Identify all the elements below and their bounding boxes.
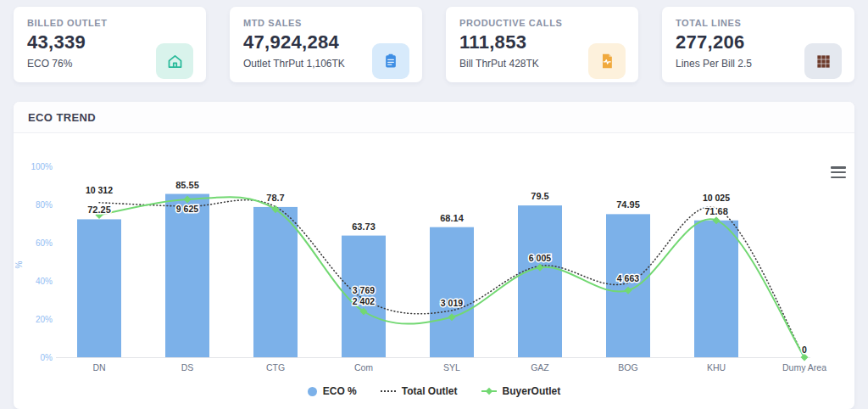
svg-text:80%: 80% [36, 200, 53, 210]
svg-text:CTG: CTG [266, 362, 285, 373]
svg-text:0: 0 [802, 345, 807, 355]
eco-trend-panel: ECO TREND 0%20%40%60%80%100%%72.2585.557… [14, 102, 854, 409]
svg-text:20%: 20% [36, 315, 53, 324]
legend-label: BuyerOutlet [503, 385, 561, 397]
svg-text:Dumy Area: Dumy Area [782, 362, 826, 373]
svg-text:10 025: 10 025 [703, 193, 730, 203]
grid-icon [804, 43, 842, 79]
svg-text:DN: DN [92, 362, 105, 373]
card-title: TOTAL LINES [676, 18, 841, 28]
svg-text:0%: 0% [41, 353, 53, 362]
legend-swatch [381, 390, 396, 392]
eco-trend-chart: 0%20%40%60%80%100%%72.2585.5578.763.7368… [14, 144, 854, 399]
card-total-lines: TOTAL LINES 277,206 Lines Per Bill 2.5 [662, 7, 854, 82]
svg-text:4 663: 4 663 [617, 273, 639, 283]
svg-text:85.55: 85.55 [175, 180, 199, 190]
card-productive-calls: PRODUCTIVE CALLS 111,853 Bill ThrPut 428… [446, 7, 638, 82]
panel-title: ECO TREND [28, 111, 96, 124]
panel-header: ECO TREND [14, 102, 854, 133]
svg-text:60%: 60% [36, 238, 53, 248]
clipboard-icon [372, 43, 409, 79]
legend-label: Total Outlet [402, 385, 458, 397]
svg-text:74.95: 74.95 [616, 199, 640, 210]
svg-text:78.7: 78.7 [266, 193, 284, 203]
svg-text:%: % [14, 261, 24, 268]
svg-text:68.14: 68.14 [440, 213, 464, 223]
svg-text:3 769: 3 769 [353, 285, 375, 295]
svg-text:10 312: 10 312 [86, 185, 113, 195]
kpi-cards-row: BILLED OUTLET 43,339 ECO 76% MTD SALES 4… [0, 0, 868, 82]
svg-text:2 402: 2 402 [353, 296, 375, 306]
svg-text:GAZ: GAZ [531, 362, 549, 373]
svg-text:63.73: 63.73 [352, 221, 376, 232]
home-icon [156, 43, 193, 79]
legend-item-total-outlet[interactable]: Total Outlet [381, 385, 458, 397]
svg-text:SYL: SYL [443, 362, 460, 373]
svg-text:40%: 40% [36, 277, 53, 286]
svg-text:BOG: BOG [618, 362, 637, 373]
file-pulse-icon [588, 43, 626, 79]
svg-text:KHU: KHU [707, 362, 726, 373]
svg-text:3 019: 3 019 [441, 298, 463, 308]
legend-swatch [481, 390, 497, 392]
chart-export-menu-icon[interactable] [831, 166, 846, 178]
svg-text:Com: Com [354, 362, 373, 373]
svg-text:71.68: 71.68 [704, 206, 728, 216]
svg-text:100%: 100% [31, 162, 53, 171]
svg-text:72.25: 72.25 [87, 204, 111, 215]
chart-legend: ECO %Total OutletBuyerOutlet [14, 385, 854, 397]
svg-text:9 625: 9 625 [176, 204, 198, 214]
legend-swatch [308, 387, 317, 396]
legend-label: ECO % [323, 385, 357, 397]
card-title: MTD SALES [243, 18, 409, 28]
svg-text:DS: DS [181, 362, 194, 373]
legend-item-eco-[interactable]: ECO % [308, 385, 357, 397]
svg-text:79.5: 79.5 [531, 191, 548, 201]
card-billed-outlet: BILLED OUTLET 43,339 ECO 76% [14, 7, 206, 82]
card-title: BILLED OUTLET [27, 18, 192, 28]
legend-item-buyeroutlet[interactable]: BuyerOutlet [481, 385, 561, 397]
card-title: PRODUCTIVE CALLS [459, 18, 625, 28]
card-mtd-sales: MTD SALES 47,924,284 Outlet ThrPut 1,106… [230, 7, 422, 82]
svg-text:6 005: 6 005 [529, 253, 551, 263]
